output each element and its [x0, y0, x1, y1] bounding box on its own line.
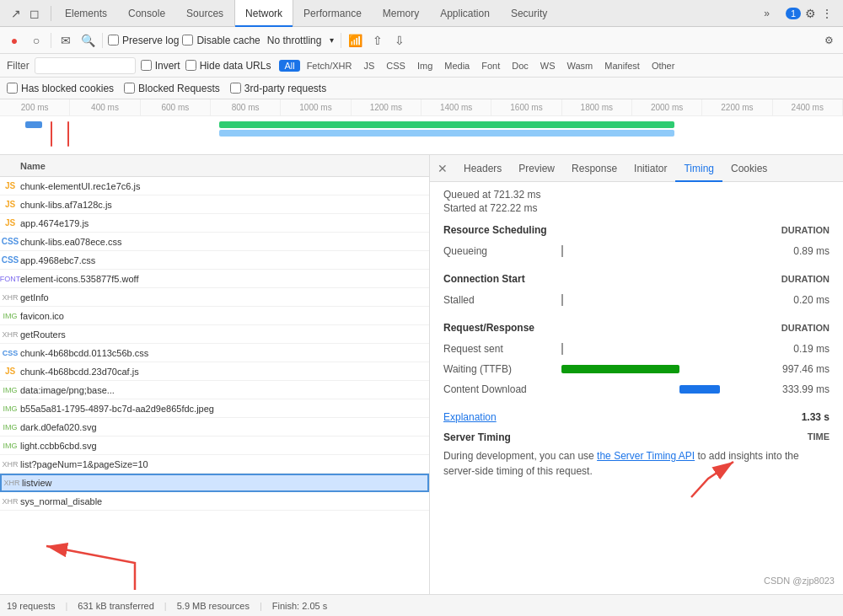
- blocked-requests-checkbox[interactable]: Blocked Requests: [124, 83, 220, 94]
- explanation-link[interactable]: Explanation: [443, 411, 497, 423]
- request-row[interactable]: JS chunk-libs.af7a128c.js: [0, 196, 429, 214]
- timeline-chart: [0, 116, 843, 154]
- filter-type-other[interactable]: Other: [647, 60, 680, 72]
- filter-type-ws[interactable]: WS: [535, 60, 561, 72]
- panel-close-button[interactable]: ✕: [433, 159, 452, 178]
- explanation-row: Explanation 1.33 s: [443, 411, 830, 423]
- request-row[interactable]: XHR list?pageNum=1&pageSize=10: [0, 455, 429, 474]
- download-icon[interactable]: ⇩: [390, 31, 409, 50]
- js-icon: JS: [3, 366, 17, 378]
- tab-performance[interactable]: Performance: [293, 0, 373, 27]
- tab-sources[interactable]: Sources: [176, 0, 234, 27]
- request-row[interactable]: JS chunk-4b68bcdd.23d70caf.js: [0, 362, 429, 381]
- tick-800: 800 ms: [211, 99, 281, 115]
- throttling-select-wrap[interactable]: No throttling: [264, 33, 336, 48]
- server-timing-api-link[interactable]: the Server Timing API: [597, 450, 695, 462]
- preserve-log-checkbox[interactable]: Preserve log: [108, 35, 179, 46]
- filter-type-css[interactable]: CSS: [381, 60, 411, 72]
- settings-icon[interactable]: ⚙: [803, 6, 818, 21]
- timing-value: 0.19 ms: [762, 343, 830, 355]
- img-icon: IMG: [3, 310, 17, 322]
- timing-label: Stalled: [443, 294, 561, 306]
- request-row[interactable]: IMG favicon.ico: [0, 307, 429, 325]
- throttling-select[interactable]: No throttling: [264, 33, 336, 48]
- request-row[interactable]: JS app.4674e179.js: [0, 214, 429, 233]
- request-row[interactable]: IMG dark.d0efa020.svg: [0, 418, 429, 437]
- requests-list[interactable]: JS chunk-elementUI.rec1e7c6.js JS chunk-…: [0, 177, 429, 594]
- filter-type-doc[interactable]: Doc: [507, 60, 534, 72]
- disable-cache-checkbox[interactable]: Disable cache: [182, 35, 260, 46]
- request-row-listview[interactable]: XHR listview: [0, 474, 429, 492]
- tab-response[interactable]: Response: [563, 155, 626, 182]
- timing-row-content-download: Content Download 333.99 ms: [443, 379, 830, 399]
- request-row[interactable]: CSS chunk-4b68bcdd.0113c56b.css: [0, 344, 429, 362]
- xhr-icon: XHR: [3, 329, 17, 340]
- filter-type-manifest[interactable]: Manifest: [599, 60, 645, 72]
- device-icon[interactable]: ◻: [27, 6, 42, 21]
- request-row[interactable]: JS chunk-elementUI.rec1e7c6.js: [0, 177, 429, 196]
- ttfb-bar: [561, 365, 679, 373]
- upload-icon[interactable]: ⇧: [368, 31, 387, 50]
- js-icon: JS: [3, 217, 17, 229]
- record-button[interactable]: ●: [5, 31, 24, 50]
- tab-memory[interactable]: Memory: [373, 0, 430, 27]
- request-row[interactable]: FONT element-icons.535877f5.woff: [0, 270, 429, 288]
- timing-value: 0.89 ms: [762, 245, 830, 257]
- tab-elements[interactable]: Elements: [55, 0, 118, 27]
- timing-row-ttfb: Waiting (TTFB) 997.46 ms: [443, 359, 830, 379]
- filter-type-fetch-xhr[interactable]: Fetch/XHR: [302, 60, 357, 72]
- tick-2000: 2000 ms: [632, 99, 702, 115]
- request-row[interactable]: IMG b55a5a81-1795-4897-bc7d-aa2d9e865fdc…: [0, 399, 429, 418]
- tab-timing[interactable]: Timing: [675, 155, 722, 182]
- tab-console[interactable]: Console: [118, 0, 176, 27]
- section-header: Resource Scheduling DURATION: [443, 224, 830, 236]
- request-row[interactable]: IMG data:image/png;base...: [0, 381, 429, 399]
- resource-scheduling-section: Resource Scheduling DURATION Queueing 0.…: [443, 224, 830, 261]
- tab-cookies[interactable]: Cookies: [722, 155, 776, 182]
- server-timing-text: During development, you can use the Serv…: [443, 448, 830, 479]
- request-row[interactable]: XHR getRouters: [0, 325, 429, 344]
- tab-more[interactable]: »: [754, 0, 781, 27]
- tab-application[interactable]: Application: [430, 0, 501, 27]
- request-row[interactable]: IMG light.ccbb6cbd.svg: [0, 437, 429, 455]
- section-header: Connection Start DURATION: [443, 273, 830, 285]
- filter-type-font[interactable]: Font: [476, 60, 505, 72]
- invert-checkbox[interactable]: Invert: [141, 60, 180, 72]
- tab-headers[interactable]: Headers: [455, 155, 510, 182]
- timing-row-stalled: Stalled 0.20 ms: [443, 290, 830, 310]
- section-header: Request/Response DURATION: [443, 322, 830, 334]
- tab-network[interactable]: Network: [234, 0, 293, 27]
- filter-type-media[interactable]: Media: [439, 60, 475, 72]
- hide-data-urls-checkbox[interactable]: Hide data URLs: [185, 60, 271, 72]
- filter-type-img[interactable]: Img: [412, 60, 438, 72]
- request-row[interactable]: XHR sys_normal_disable: [0, 492, 429, 511]
- download-bar: [679, 385, 720, 394]
- section-duration: DURATION: [781, 323, 830, 333]
- img-icon: IMG: [3, 421, 17, 433]
- request-row[interactable]: XHR getInfo: [0, 288, 429, 307]
- filter-input[interactable]: [35, 57, 136, 74]
- search-icon[interactable]: 🔍: [78, 31, 97, 50]
- wifi-icon[interactable]: 📶: [346, 31, 365, 50]
- more-icon[interactable]: ⋮: [819, 6, 835, 21]
- section-title: Resource Scheduling: [443, 224, 547, 236]
- xhr-icon: XHR: [3, 495, 17, 507]
- blocked-cookies-checkbox[interactable]: Has blocked cookies: [7, 83, 114, 94]
- img-icon: IMG: [3, 403, 17, 415]
- toolbar-settings[interactable]: ⚙: [819, 31, 838, 50]
- third-party-checkbox[interactable]: 3rd-party requests: [230, 83, 326, 94]
- clear-button[interactable]: ○: [27, 31, 46, 50]
- tab-preview[interactable]: Preview: [510, 155, 563, 182]
- inspect-icon[interactable]: ↗: [8, 6, 24, 21]
- connection-start-section: Connection Start DURATION Stalled 0.20 m…: [443, 273, 830, 310]
- tick-1600: 1600 ms: [491, 99, 561, 115]
- tab-initiator[interactable]: Initiator: [626, 155, 675, 182]
- filter-type-wasm[interactable]: Wasm: [562, 60, 599, 72]
- filter-icon[interactable]: ✉: [56, 31, 75, 50]
- tab-security[interactable]: Security: [501, 0, 558, 27]
- filter-type-js[interactable]: JS: [358, 60, 379, 72]
- filter-type-all[interactable]: All: [279, 60, 299, 72]
- request-row[interactable]: CSS app.4968ebc7.css: [0, 251, 429, 270]
- section-title: Connection Start: [443, 273, 525, 285]
- request-row[interactable]: CSS chunk-libs.ea078ece.css: [0, 233, 429, 251]
